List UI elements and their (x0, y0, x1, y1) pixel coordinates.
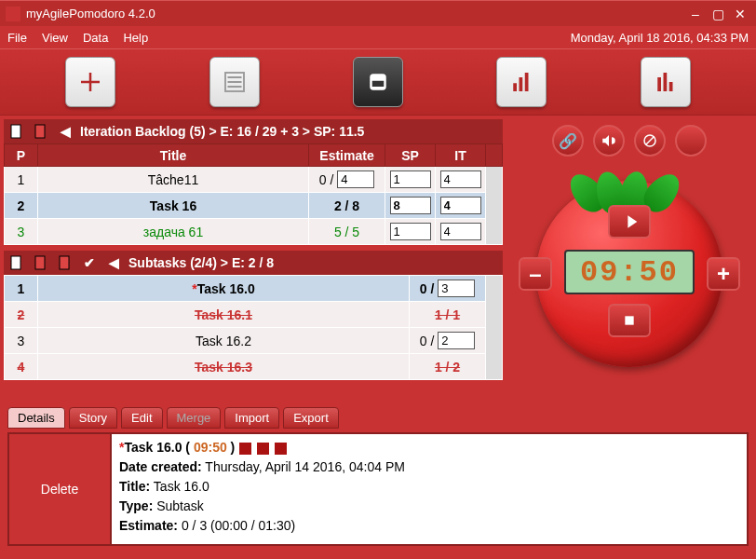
compass-icon[interactable] (634, 125, 666, 157)
maximize-button[interactable]: ▢ (708, 6, 728, 22)
tab-export[interactable]: Export (283, 407, 339, 429)
collapse-left-icon[interactable]: ◀ (56, 122, 74, 141)
timer-panel: 🔗 – 09:50 + (506, 116, 752, 406)
menu-view[interactable]: View (42, 31, 68, 45)
svg-rect-2 (372, 81, 385, 87)
details-content: *Task 16.0 ( 09:50 ) Date created: Thurs… (112, 434, 747, 544)
svg-rect-11 (11, 256, 20, 269)
svg-rect-15 (625, 316, 633, 324)
col-estimate[interactable]: Estimate (309, 144, 385, 167)
col-p[interactable]: P (5, 144, 38, 167)
svg-rect-8 (669, 82, 673, 91)
doc-icon-1[interactable] (7, 253, 26, 272)
detail-tabs: Details Story Edit Merge Import Export (0, 406, 756, 429)
table-row[interactable]: 3 Task 16.2 0 / (5, 328, 503, 354)
toolbar (0, 48, 756, 116)
est-input[interactable] (337, 170, 374, 188)
timer-display: 09:50 (564, 250, 695, 294)
subtasks-header-text: Subtasks (2/4) > E: 2 / 8 (128, 255, 274, 270)
menu-file[interactable]: File (7, 31, 27, 45)
tab-import[interactable]: Import (224, 407, 279, 429)
link-icon[interactable]: 🔗 (552, 125, 584, 157)
tab-details[interactable]: Details (7, 407, 65, 429)
it-input[interactable] (440, 170, 481, 188)
add-button[interactable] (65, 57, 115, 107)
window-title: myAgilePomodoro 4.2.0 (26, 7, 683, 20)
doc-icon-1[interactable] (7, 122, 26, 141)
svg-rect-4 (520, 77, 523, 91)
sp-input[interactable] (390, 197, 431, 214)
scrollbar[interactable] (486, 167, 503, 245)
menu-help[interactable]: Help (123, 31, 148, 45)
svg-rect-7 (663, 73, 667, 91)
current-date: Monday, April 18 2016, 04:33 PM (571, 31, 749, 45)
table-row[interactable]: 4 Task 16.3 1 / 2 (5, 354, 503, 380)
svg-rect-5 (525, 73, 529, 91)
timer-tab-button[interactable] (353, 57, 403, 107)
play-button[interactable] (608, 205, 651, 239)
it-input[interactable] (440, 223, 481, 240)
tomato-timer: – 09:50 + (522, 164, 736, 378)
chart-button-1[interactable] (496, 57, 547, 107)
backlog-header-text: Iteration Backlog (5) > E: 16 / 29 + 3 >… (80, 124, 364, 139)
col-title[interactable]: Title (38, 144, 309, 167)
app-icon (6, 7, 20, 21)
sound-icon[interactable] (593, 125, 625, 157)
doc-icon-2[interactable] (32, 122, 50, 141)
col-scroll (486, 144, 503, 167)
minimize-button[interactable]: – (685, 6, 706, 22)
expand-icon[interactable] (675, 125, 707, 157)
it-input[interactable] (440, 197, 481, 214)
delete-button[interactable]: Delete (9, 434, 112, 544)
check-icon[interactable]: ✔ (80, 253, 99, 272)
stop-button[interactable] (608, 304, 651, 337)
subtasks-header: ✔ ◀ Subtasks (2/4) > E: 2 / 8 (4, 251, 503, 275)
tab-story[interactable]: Story (69, 407, 117, 429)
plus-button[interactable]: + (707, 257, 740, 291)
svg-rect-9 (11, 125, 20, 138)
tab-edit[interactable]: Edit (121, 407, 162, 429)
left-panel: ◀ Iteration Backlog (5) > E: 16 / 29 + 3… (0, 116, 506, 406)
svg-rect-13 (60, 256, 69, 269)
chart-button-2[interactable] (641, 57, 691, 107)
table-row[interactable]: 3 задача 61 5 / 5 (5, 219, 503, 245)
menubar: File View Data Help Monday, April 18 201… (0, 26, 756, 48)
svg-rect-3 (514, 83, 518, 91)
table-row[interactable]: 1 *Task 16.0 0 / (5, 276, 503, 302)
menu-data[interactable]: Data (83, 31, 108, 45)
close-button[interactable]: ✕ (730, 6, 750, 22)
pomodoro-square-icon (275, 443, 287, 455)
pomodoro-square-icon (239, 443, 251, 455)
est-input[interactable] (438, 332, 475, 349)
table-row[interactable]: 2 Task 16.1 1 / 1 (5, 302, 503, 328)
col-it[interactable]: IT (436, 144, 486, 167)
titlebar: myAgilePomodoro 4.2.0 – ▢ ✕ (0, 0, 756, 26)
tab-merge: Merge (167, 407, 222, 429)
backlog-header: ◀ Iteration Backlog (5) > E: 16 / 29 + 3… (4, 119, 503, 143)
svg-rect-10 (35, 125, 45, 138)
pomodoro-square-icon (257, 443, 269, 455)
sp-input[interactable] (390, 223, 431, 240)
list-button[interactable] (209, 57, 260, 107)
doc-icon-3[interactable] (56, 253, 74, 272)
table-row[interactable]: 1 Tâche11 0 / (5, 167, 503, 193)
backlog-table: P Title Estimate SP IT 1 Tâche11 0 / 2 T… (4, 143, 503, 245)
est-input[interactable] (438, 280, 475, 297)
collapse-left-icon[interactable]: ◀ (104, 253, 123, 272)
table-row[interactable]: 2 Task 16 2 / 8 (5, 193, 503, 219)
sp-input[interactable] (390, 170, 431, 188)
scrollbar[interactable] (486, 276, 503, 380)
detail-task-title: *Task 16.0 ( 09:50 ) (119, 438, 739, 457)
subtasks-table: 1 *Task 16.0 0 / 2 Task 16.1 1 / 1 3 Tas… (4, 275, 503, 380)
minus-button[interactable]: – (519, 257, 552, 291)
svg-rect-6 (657, 77, 661, 91)
doc-icon-2[interactable] (32, 253, 50, 272)
svg-rect-12 (35, 256, 45, 269)
col-sp[interactable]: SP (385, 144, 436, 167)
details-panel: Delete *Task 16.0 ( 09:50 ) Date created… (7, 432, 749, 546)
